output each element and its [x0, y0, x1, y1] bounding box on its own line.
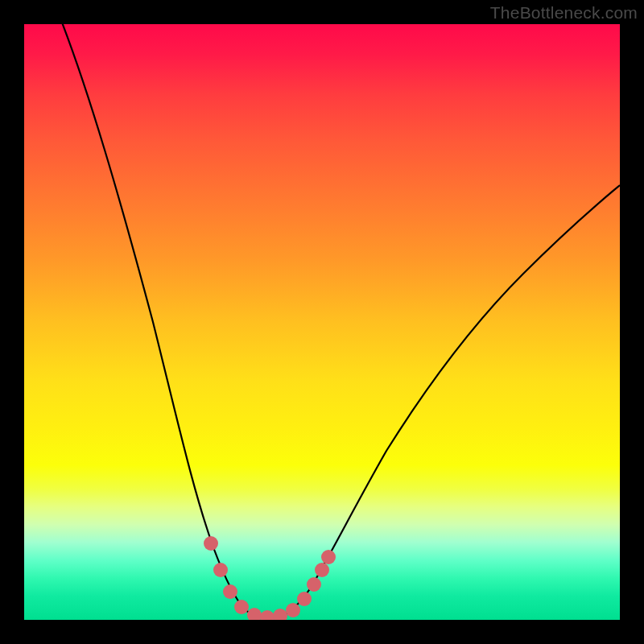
- plot-area: [24, 24, 620, 620]
- marker-dot: [297, 592, 312, 606]
- watermark-text: TheBottleneck.com: [490, 3, 638, 23]
- marker-group: [204, 536, 336, 620]
- marker-dot: [307, 577, 321, 592]
- marker-dot: [204, 536, 218, 551]
- marker-dot: [234, 600, 249, 614]
- marker-dot: [260, 610, 275, 620]
- marker-dot: [315, 563, 329, 577]
- marker-dot: [247, 608, 262, 620]
- marker-dot: [213, 563, 228, 577]
- curve-path: [56, 24, 620, 617]
- bottleneck-curve: [24, 24, 620, 620]
- marker-dot: [223, 584, 237, 599]
- outer-frame: TheBottleneck.com: [0, 0, 644, 644]
- marker-dot: [273, 609, 287, 620]
- marker-dot: [286, 603, 300, 617]
- marker-dot: [321, 550, 336, 564]
